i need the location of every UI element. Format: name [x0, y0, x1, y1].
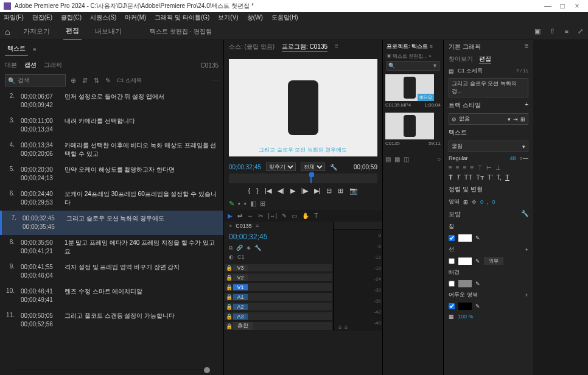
project-tab[interactable]: 프로젝트: 텍스트 [387, 43, 428, 49]
eyedropper-icon[interactable]: ✎ [475, 258, 480, 264]
menu-clip[interactable]: 클립(C) [61, 13, 82, 22]
wrench-icon[interactable]: 🔧 [521, 210, 528, 219]
lock-icon[interactable]: 🔒 [225, 304, 233, 310]
step-back-icon[interactable]: ◀| [278, 187, 284, 195]
edit-icon[interactable]: ✎ [105, 77, 111, 85]
add-stroke-icon[interactable]: + [525, 247, 528, 253]
caption-text[interactable]: 그리고 풀코드 스캔등 설정이 가능합니다 [65, 312, 217, 329]
align-justify-icon[interactable]: ≡ [471, 164, 474, 171]
panel-menu-icon[interactable]: ≡ [33, 46, 37, 53]
align-bot-icon[interactable]: ⊥ [495, 164, 501, 171]
menu-view[interactable]: 보기(V) [218, 13, 238, 22]
more-icon[interactable]: ⋯ [212, 77, 219, 85]
maximize-button[interactable]: □ [555, 2, 570, 10]
stroke-type[interactable]: 외부 [484, 257, 503, 265]
rate-tool-icon[interactable]: ↔ [247, 212, 253, 219]
project-item[interactable]: 비디오 C0135.MP41;08;04 [385, 74, 441, 109]
caption-timecode[interactable]: 00;00;06;0700;00;09;42 [21, 93, 58, 110]
caption-timecode[interactable]: 00;00;11;0000;00;13;34 [21, 117, 58, 134]
eg-tab-browse[interactable]: 찾아보기 [449, 55, 473, 64]
menu-file[interactable]: 파일(F) [4, 13, 24, 22]
slip-tool-icon[interactable]: |↔| [268, 212, 277, 219]
fit-dropdown[interactable]: 맞추기 [266, 163, 296, 171]
size-slider[interactable]: ○— [520, 155, 528, 161]
caption-track-c1[interactable]: C1 [237, 254, 245, 260]
pos-icon[interactable]: ✢ [472, 199, 477, 205]
caption-timecode[interactable]: 00;00;13;3400;00;20;06 [21, 141, 58, 158]
project-thumbnail[interactable]: 비디오 [385, 74, 434, 101]
caption-timecode[interactable]: 00;00;32;4500;00;35;45 [23, 214, 60, 231]
underline-icon[interactable]: T [505, 173, 509, 181]
menu-help[interactable]: 도움말(H) [271, 13, 298, 22]
go-in-icon[interactable]: |◀ [265, 187, 271, 195]
opacity-value[interactable]: 100 % [458, 314, 474, 320]
tab-graphics[interactable]: 그래픽 [44, 61, 62, 69]
hand-tool-icon[interactable]: ✋ [302, 212, 309, 219]
filter-icon[interactable]: ▼ [432, 63, 438, 69]
workspace-menu-icon[interactable]: ≡ [565, 27, 569, 35]
caption-text[interactable]: 카메라를 선택한 이후에 비디오 녹화 해상도 프레임을 선택할 수 있고 [65, 141, 217, 158]
program-scrubber[interactable] [229, 173, 377, 183]
caption-timecode[interactable]: 00;00;50;0500;00;52;56 [21, 312, 58, 329]
eyedropper-icon[interactable]: ✎ [475, 303, 480, 309]
text-preview[interactable]: 그리고 슬로우 모션 녹화의 경... [449, 78, 528, 97]
caption-row[interactable]: 11. 00;00;50;0500;00;52;56 그리고 풀코드 스캔등 설… [0, 308, 223, 332]
caption-list[interactable]: 2. 00;00;06;0700;00;09;42 먼저 설정으로 들어간 뒤 … [0, 89, 223, 364]
stroke-toggle[interactable] [449, 258, 455, 264]
superscript-icon[interactable]: T' [488, 173, 493, 181]
caption-text[interactable]: 먼저 설정으로 들어간 뒤 설정 앱에서 [65, 93, 217, 110]
caption-row[interactable]: 5. 00;00;20;3000;00;24;13 만약 오케이 해상도를 촬영… [0, 162, 223, 186]
settings-icon[interactable]: 🔧 [254, 245, 261, 251]
rect-tool-icon[interactable]: ▭ [292, 212, 297, 219]
align-top-icon[interactable]: ⊤ [477, 164, 483, 171]
timeline-ruler[interactable] [334, 222, 382, 230]
audio-track[interactable]: 🔒A2 [224, 302, 333, 311]
marker-icon-1[interactable]: ▪ [238, 200, 240, 208]
grid-icon[interactable]: ⊞ [520, 116, 525, 122]
timecode-left[interactable]: 00;00;32;45 [229, 164, 261, 170]
linked-icon[interactable]: 🔗 [236, 245, 243, 251]
extract-icon[interactable]: ⊞ [338, 187, 343, 195]
workspace-edit[interactable]: 편집 [63, 23, 82, 40]
search-input[interactable]: 🔍 검색 [5, 74, 66, 86]
project-search[interactable]: 🔍 ▼ [387, 61, 439, 71]
menu-graphics[interactable]: 그래픽 및 타이틀(G) [155, 13, 209, 22]
weight-dropdown[interactable]: Regular [449, 155, 468, 161]
caption-row[interactable]: 10. 00;00;46;4100;00;49;41 렌즈 수정 스마트 에이치… [0, 284, 223, 308]
font-size[interactable]: 48 [510, 155, 516, 161]
home-icon[interactable]: ⌂ [5, 27, 10, 37]
zoom-slider[interactable] [0, 364, 223, 375]
audio-track[interactable]: 🔒A1 [224, 292, 333, 301]
project-thumbnail[interactable] [385, 113, 434, 139]
caption-text[interactable]: 내려 카메라를 선택합니다 [65, 117, 217, 134]
lift-icon[interactable]: ⊟ [326, 187, 332, 195]
bg-toggle[interactable] [449, 281, 455, 287]
pen-icon[interactable]: ✎ [229, 200, 234, 208]
pos-y[interactable]: 0 [492, 199, 495, 205]
italic-icon[interactable]: T [457, 173, 461, 181]
fill-swatch[interactable] [458, 234, 472, 242]
eg-menu-icon[interactable]: ≡ [525, 43, 528, 51]
align-mid-icon[interactable]: ⊢ [486, 164, 492, 171]
mix-track[interactable]: 🔒혼합 [224, 321, 333, 331]
program-monitor[interactable]: 그리고 슬로우 모션 녹화의 경우에도 [229, 59, 377, 156]
project-item[interactable]: C013559;11 [385, 113, 441, 147]
font-dropdown[interactable]: 굴림▾ [449, 141, 528, 152]
bin-icon[interactable]: ▣ [387, 54, 391, 59]
step-fwd-icon[interactable]: |▶ [301, 187, 308, 195]
eg-title[interactable]: 기본 그래픽 [449, 43, 481, 51]
ripple-tool-icon[interactable]: ⇄ [237, 212, 242, 219]
lock-icon[interactable]: 🔒 [225, 275, 233, 281]
fill-toggle[interactable] [449, 235, 455, 241]
export-frame-icon[interactable]: 📷 [349, 187, 358, 195]
play-icon[interactable]: ▶ [290, 187, 295, 195]
snap-icon[interactable]: ⧉ [229, 245, 233, 251]
video-track[interactable]: 🔒V2 [224, 273, 333, 282]
marker-icon-3[interactable]: ◧ [250, 200, 256, 208]
razor-tool-icon[interactable]: ✂ [258, 212, 263, 219]
timeline-timecode[interactable]: 00;00;32;45 [224, 230, 333, 244]
caption-row[interactable]: 6. 00;00;24;4000;00;29;53 오케이 24프레임 30프레… [0, 186, 223, 211]
subscript-icon[interactable]: T, [496, 173, 502, 181]
workspace-export[interactable]: 내보내기 [93, 23, 124, 40]
video-track[interactable]: 🔒V1 [224, 282, 333, 292]
